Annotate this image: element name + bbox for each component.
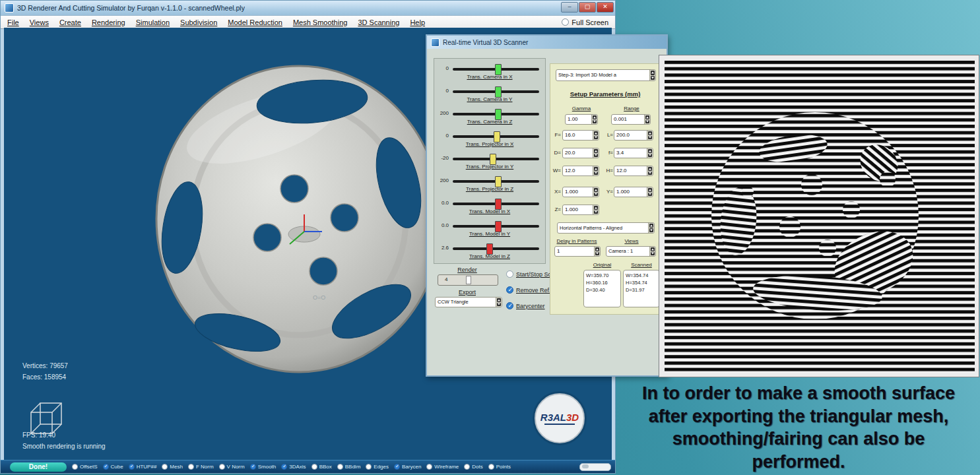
slider-value: -20 (434, 155, 449, 161)
slider-projector-z: 200 Trans. Projector in Z (434, 173, 545, 195)
menu-mesh-smoothing[interactable]: Mesh Smoothing (293, 18, 348, 26)
toggle-dots-checkbox[interactable] (464, 464, 470, 470)
param-y-field[interactable]: 1.000 (614, 187, 653, 197)
scanner-dialog-titlebar[interactable]: Real-time Virtual 3D Scanner (427, 36, 667, 49)
menu-views[interactable]: Views (30, 18, 49, 26)
export-format-stepper[interactable] (496, 298, 502, 307)
slider-label: Trans. Projector in Z (434, 186, 545, 192)
toggle-htup[interactable]: HTUP## (129, 464, 157, 470)
pattern-mode-stepper[interactable] (648, 223, 654, 233)
toggle-v-norm[interactable]: V Norm (219, 464, 245, 470)
menu-subdivision[interactable]: Subdivision (180, 18, 217, 26)
toggle-mesh-checkbox[interactable] (162, 464, 168, 470)
close-button[interactable]: ✕ (597, 2, 614, 13)
slider-track[interactable] (453, 135, 539, 138)
export-format-select[interactable]: CCW Triangle (435, 297, 502, 307)
toggle-wireframe-checkbox[interactable] (426, 464, 432, 470)
slider-track[interactable] (453, 90, 539, 93)
toggle-points-checkbox[interactable] (488, 464, 494, 470)
maximize-button[interactable]: ▢ (579, 2, 596, 13)
toggle-edges[interactable]: Edges (366, 464, 389, 470)
slider-track[interactable] (453, 113, 539, 115)
toggle-wireframe[interactable]: Wireframe (426, 464, 459, 470)
pattern-mode-select[interactable]: Horizontal Patterns - Aligned (557, 222, 655, 234)
toggle-smooth[interactable]: Smooth (250, 464, 277, 470)
toggle-bbdim[interactable]: BBdim (337, 464, 361, 470)
unit-cube-icon (31, 403, 61, 433)
slider-label: Trans. Model in X (434, 208, 545, 214)
menu-help[interactable]: Help (410, 18, 425, 26)
slider-model-z: 2.6 Trans. Model in Z (434, 240, 545, 263)
param-d-field[interactable]: 20.0 (562, 148, 599, 158)
toggle-offsets-checkbox[interactable] (72, 464, 78, 470)
menu-3d-scanning[interactable]: 3D Scanning (358, 18, 399, 26)
range-field[interactable]: 0.001 (611, 114, 651, 125)
caption-line: performed. (619, 451, 978, 474)
toggle-smooth-checkbox[interactable] (250, 464, 256, 470)
render-quality-slider[interactable]: 4 (438, 274, 498, 286)
toggle-points[interactable]: Points (488, 464, 511, 470)
toggle-htup-checkbox[interactable] (129, 464, 135, 470)
toggle-edges-checkbox[interactable] (366, 464, 372, 470)
slider-track[interactable] (453, 158, 539, 160)
param-h-field[interactable]: 12.0 (614, 166, 653, 176)
param-l-field[interactable]: 200.0 (614, 130, 653, 141)
views-select[interactable]: Camera : 1 (606, 246, 656, 257)
slider-track[interactable] (453, 225, 539, 228)
step-select-stepper[interactable] (649, 70, 655, 80)
toggle-cube[interactable]: Cube (103, 464, 123, 470)
faces-count: Faces: 158954 (22, 373, 66, 381)
checkbox-circle[interactable] (506, 270, 513, 278)
toggle-barycen[interactable]: Barycen (394, 464, 421, 470)
toggle-cube-checkbox[interactable] (103, 464, 109, 470)
toggle-3daxis-checkbox[interactable] (281, 464, 287, 470)
toggle-bbdim-checkbox[interactable] (337, 464, 343, 470)
param-focal-field[interactable]: 3.4 (614, 148, 653, 158)
param-z-field[interactable]: 1.000 (562, 205, 599, 215)
slider-value: 0.0 (434, 200, 449, 206)
video-caption: In to order to make a smooth surface aft… (619, 382, 978, 473)
slider-track[interactable] (453, 203, 539, 205)
toggle-v-norm-checkbox[interactable] (219, 464, 225, 470)
toggle-bbox[interactable]: BBox (311, 464, 332, 470)
checkbox-circle[interactable] (506, 302, 513, 309)
menu-simulation[interactable]: Simulation (136, 18, 170, 26)
toggle-f-norm-checkbox[interactable] (188, 464, 194, 470)
full-screen-radio[interactable] (562, 18, 569, 26)
param-f-field[interactable]: 16.0 (562, 130, 599, 141)
window-title: 3D Renderer And Cutting Simulator by Fur… (17, 4, 245, 12)
checkbox-circle[interactable] (506, 286, 513, 294)
point-size-slider-handle[interactable] (582, 464, 589, 468)
menu-model-reduction[interactable]: Model Reduction (228, 18, 282, 26)
fps-readout: FPS: 19.40 (22, 431, 55, 439)
toggle-mesh[interactable]: Mesh (162, 464, 183, 470)
gamma-field[interactable]: 1.00 (565, 114, 598, 125)
toggle-barycen-checkbox[interactable] (394, 464, 400, 470)
menu-create[interactable]: Create (59, 18, 81, 26)
menu-rendering[interactable]: Rendering (92, 18, 125, 26)
barycenter-checkbox[interactable]: Barycenter (506, 302, 545, 309)
param-row-z: Z= 1.000 (550, 205, 660, 216)
full-screen-toggle[interactable]: Full Screen (562, 18, 608, 26)
toggle-offsets[interactable]: OffsetS (72, 464, 98, 470)
step-select[interactable]: Step-3: Import 3D Model a (556, 69, 656, 81)
delay-field[interactable]: 1 (554, 246, 601, 257)
slider-track[interactable] (453, 68, 539, 71)
render-quality-value: 4 (445, 276, 447, 282)
slider-track[interactable] (453, 180, 539, 183)
window-controls: – ▢ ✕ (561, 2, 614, 13)
menu-file[interactable]: File (7, 18, 19, 26)
slider-track[interactable] (453, 247, 539, 250)
param-w-field[interactable]: 12.0 (562, 166, 599, 176)
toggle-f-norm[interactable]: F Norm (188, 464, 214, 470)
title-bar[interactable]: 3D Renderer And Cutting Simulator by Fur… (1, 1, 615, 15)
toggle-3daxis[interactable]: 3DAxis (281, 464, 306, 470)
toggle-bbox-checkbox[interactable] (311, 464, 317, 470)
param-row-f-l: F= 16.0 L= 200.0 (550, 130, 660, 142)
done-button[interactable]: Done! (10, 462, 67, 472)
minimize-button[interactable]: – (561, 2, 578, 13)
param-x-field[interactable]: 1.000 (562, 187, 599, 197)
point-size-slider[interactable] (579, 463, 611, 471)
toggle-dots[interactable]: Dots (464, 464, 482, 470)
render-quality-handle[interactable] (466, 276, 471, 284)
